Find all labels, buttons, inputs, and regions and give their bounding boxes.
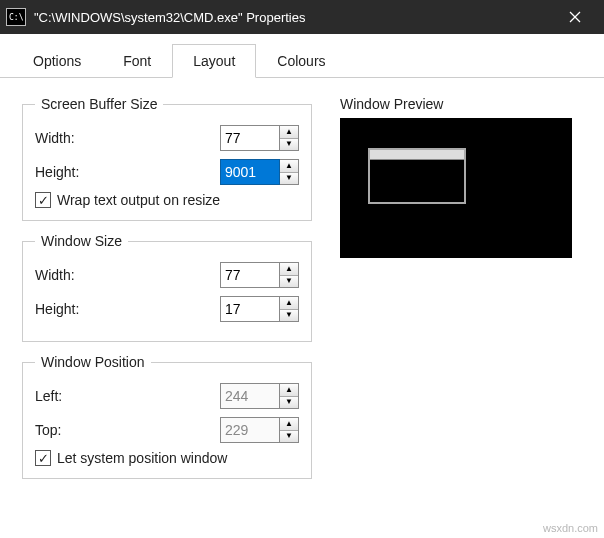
window-title: "C:\WINDOWS\system32\CMD.exe" Properties xyxy=(34,10,305,25)
syspos-label: Let system position window xyxy=(57,450,227,466)
preview-mini-titlebar xyxy=(370,150,464,160)
content-area: Screen Buffer Size Width: ▲▼ Height: ▲▼ … xyxy=(0,78,604,509)
wrap-checkbox-row[interactable]: ✓ Wrap text output on resize xyxy=(35,192,299,208)
buffer-height-down[interactable]: ▼ xyxy=(280,172,298,184)
label-win-height: Height: xyxy=(35,301,220,317)
win-height-down[interactable]: ▼ xyxy=(280,309,298,321)
pos-left-down[interactable]: ▼ xyxy=(280,396,298,408)
label-buffer-height: Height: xyxy=(35,164,220,180)
buffer-width-down[interactable]: ▼ xyxy=(280,138,298,150)
syspos-checkbox[interactable]: ✓ xyxy=(35,450,51,466)
titlebar-left: "C:\WINDOWS\system32\CMD.exe" Properties xyxy=(6,8,305,26)
pos-top-spinner[interactable]: ▲▼ xyxy=(220,416,299,444)
win-width-input[interactable] xyxy=(220,262,280,288)
buffer-width-spinner[interactable]: ▲▼ xyxy=(220,124,299,152)
watermark: wsxdn.com xyxy=(543,522,598,534)
win-height-up[interactable]: ▲ xyxy=(280,297,298,309)
tab-options[interactable]: Options xyxy=(12,44,102,78)
pos-left-up[interactable]: ▲ xyxy=(280,384,298,396)
win-width-down[interactable]: ▼ xyxy=(280,275,298,287)
window-preview xyxy=(340,118,572,258)
tab-font[interactable]: Font xyxy=(102,44,172,78)
win-width-spinner[interactable]: ▲▼ xyxy=(220,261,299,289)
pos-left-input[interactable] xyxy=(220,383,280,409)
label-pos-left: Left: xyxy=(35,388,220,404)
close-icon xyxy=(569,11,581,23)
wrap-label: Wrap text output on resize xyxy=(57,192,220,208)
win-height-spinner[interactable]: ▲▼ xyxy=(220,295,299,323)
group-window-position: Window Position Left: ▲▼ Top: ▲▼ ✓ Let s… xyxy=(22,354,312,479)
label-buffer-width: Width: xyxy=(35,130,220,146)
win-height-input[interactable] xyxy=(220,296,280,322)
preview-label: Window Preview xyxy=(340,96,582,112)
buffer-height-up[interactable]: ▲ xyxy=(280,160,298,172)
legend-screen-buffer: Screen Buffer Size xyxy=(35,96,163,112)
label-win-width: Width: xyxy=(35,267,220,283)
titlebar: "C:\WINDOWS\system32\CMD.exe" Properties xyxy=(0,0,604,34)
group-window-size: Window Size Width: ▲▼ Height: ▲▼ xyxy=(22,233,312,342)
close-button[interactable] xyxy=(552,0,598,34)
win-width-up[interactable]: ▲ xyxy=(280,263,298,275)
buffer-height-spinner[interactable]: ▲▼ xyxy=(220,158,299,186)
tab-layout[interactable]: Layout xyxy=(172,44,256,78)
wrap-checkbox[interactable]: ✓ xyxy=(35,192,51,208)
pos-top-input[interactable] xyxy=(220,417,280,443)
syspos-checkbox-row[interactable]: ✓ Let system position window xyxy=(35,450,299,466)
tab-colours[interactable]: Colours xyxy=(256,44,346,78)
pos-top-up[interactable]: ▲ xyxy=(280,418,298,430)
cmd-icon xyxy=(6,8,26,26)
label-pos-top: Top: xyxy=(35,422,220,438)
buffer-width-input[interactable] xyxy=(220,125,280,151)
tab-bar: Options Font Layout Colours xyxy=(0,34,604,78)
preview-mini-window xyxy=(368,148,466,204)
buffer-width-up[interactable]: ▲ xyxy=(280,126,298,138)
legend-window-position: Window Position xyxy=(35,354,151,370)
legend-window-size: Window Size xyxy=(35,233,128,249)
pos-top-down[interactable]: ▼ xyxy=(280,430,298,442)
pos-left-spinner[interactable]: ▲▼ xyxy=(220,382,299,410)
right-column: Window Preview xyxy=(340,96,582,491)
left-column: Screen Buffer Size Width: ▲▼ Height: ▲▼ … xyxy=(22,96,312,491)
group-screen-buffer: Screen Buffer Size Width: ▲▼ Height: ▲▼ … xyxy=(22,96,312,221)
buffer-height-input[interactable] xyxy=(220,159,280,185)
